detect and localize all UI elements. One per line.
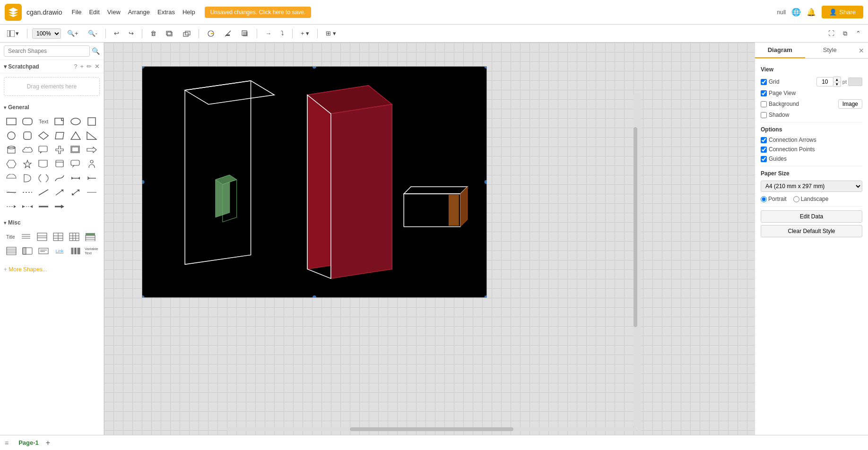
shape-note[interactable] xyxy=(52,115,67,128)
page-view-checkbox[interactable] xyxy=(761,90,767,96)
table-btn[interactable]: ⊞ ▾ xyxy=(322,28,339,39)
shape-circle[interactable] xyxy=(4,129,19,142)
shape-dotted-dbl-arrow[interactable] xyxy=(20,200,35,213)
connection-arrows-checkbox[interactable] xyxy=(761,137,767,143)
shape-rounded-rect[interactable] xyxy=(20,115,35,128)
landscape-radio[interactable] xyxy=(793,196,799,202)
shape-half-circle[interactable] xyxy=(4,172,19,185)
toggle-panel-btn[interactable]: ▾ xyxy=(4,28,22,39)
misc-barcode[interactable] xyxy=(68,244,83,258)
shape-d-shape[interactable] xyxy=(20,172,35,185)
misc-table1[interactable] xyxy=(51,230,66,243)
shape-cloud[interactable] xyxy=(20,143,35,156)
menu-file[interactable]: File xyxy=(72,9,82,16)
shape-thick-arrow[interactable] xyxy=(52,200,67,213)
zoom-select[interactable]: 100% 75% 150% xyxy=(32,28,61,39)
insert-btn[interactable]: + ▾ xyxy=(297,28,312,39)
shape-double-rect[interactable] xyxy=(68,143,83,156)
shape-arrow-both[interactable] xyxy=(68,172,83,185)
shape-arrow-right[interactable] xyxy=(84,143,99,156)
line-color-btn[interactable] xyxy=(221,28,235,39)
misc-text-box[interactable] xyxy=(36,244,51,258)
fullscreen-btn[interactable]: ⛶ xyxy=(825,28,838,39)
shape-right-triangle[interactable] xyxy=(84,129,99,142)
search-input[interactable] xyxy=(4,45,90,57)
portrait-radio[interactable] xyxy=(761,196,767,202)
split-view-btn[interactable]: ⧉ xyxy=(840,28,851,39)
tab-style[interactable]: Style xyxy=(805,43,855,58)
tab-diagram[interactable]: Diagram xyxy=(755,43,805,58)
misc-variable-text[interactable]: Variable Text xyxy=(84,244,99,258)
misc-table-green[interactable] xyxy=(83,230,98,243)
share-button[interactable]: 👤 Share xyxy=(822,6,863,18)
menu-help[interactable]: Help xyxy=(182,9,195,16)
misc-list1[interactable] xyxy=(18,230,34,243)
shape-thin-line[interactable] xyxy=(84,186,99,199)
misc-link[interactable]: Link xyxy=(52,244,67,258)
shape-arrow-up-diag[interactable] xyxy=(52,186,67,199)
clear-default-style-button[interactable]: Clear Default Style xyxy=(761,225,862,237)
shape-text[interactable]: Text xyxy=(36,115,51,128)
fill-color-btn[interactable] xyxy=(204,28,218,39)
zoom-in-btn[interactable]: 🔍+ xyxy=(64,28,82,39)
shape-s-curve[interactable] xyxy=(52,172,67,185)
shape-cylinder[interactable] xyxy=(4,143,19,156)
shape-callout[interactable] xyxy=(36,143,51,156)
shape-square[interactable] xyxy=(84,115,99,128)
scratchpad-add-icon[interactable]: + xyxy=(80,63,84,70)
misc-title[interactable]: Title xyxy=(4,230,17,243)
menu-arrange[interactable]: Arrange xyxy=(128,9,150,16)
grid-checkbox[interactable] xyxy=(761,79,767,85)
misc-table2[interactable] xyxy=(67,230,82,243)
stepper-up[interactable]: ▲ xyxy=(833,77,841,82)
shape-rounded-square[interactable] xyxy=(20,129,35,142)
image-button[interactable]: Image xyxy=(838,99,862,109)
shape-line-h[interactable] xyxy=(4,186,19,199)
shape-cross[interactable] xyxy=(52,143,67,156)
shape-star[interactable] xyxy=(20,157,35,171)
redo-btn[interactable]: ↪ xyxy=(125,28,137,39)
search-icon[interactable]: 🔍 xyxy=(92,47,100,55)
waypoint-btn[interactable]: ⤵ xyxy=(278,28,287,39)
vertical-scrollbar[interactable] xyxy=(634,94,637,427)
shape-document[interactable] xyxy=(36,157,51,171)
edit-data-button[interactable]: Edit Data xyxy=(761,210,862,223)
misc-card1[interactable] xyxy=(20,244,35,258)
menu-edit[interactable]: Edit xyxy=(89,9,99,16)
shape-diagonal[interactable] xyxy=(36,186,51,199)
shape-bracket[interactable] xyxy=(52,157,67,171)
shape-dashed-arrow[interactable] xyxy=(4,200,19,213)
shape-triangle[interactable] xyxy=(68,129,83,142)
general-section-header[interactable]: General xyxy=(0,102,104,113)
misc-section-header[interactable]: Misc xyxy=(0,217,104,228)
shape-person[interactable] xyxy=(84,157,99,171)
connection-style-btn[interactable]: → xyxy=(262,28,275,39)
shape-thick-line[interactable] xyxy=(36,200,51,213)
close-right-panel-btn[interactable]: ✕ xyxy=(855,43,868,58)
shadow-checkbox[interactable] xyxy=(761,112,767,118)
shape-rectangle[interactable] xyxy=(4,115,19,128)
menu-view[interactable]: View xyxy=(107,9,121,16)
bell-icon[interactable]: 🔔 xyxy=(807,8,816,17)
shape-hexagon[interactable] xyxy=(4,157,19,171)
collapse-panel-btn[interactable]: ⌃ xyxy=(852,28,864,39)
to-back-btn[interactable] xyxy=(180,28,194,39)
shape-bracket2[interactable] xyxy=(36,172,51,185)
guides-checkbox[interactable] xyxy=(761,156,767,162)
more-shapes-btn[interactable]: + More Shapes... xyxy=(4,264,100,275)
misc-list2[interactable] xyxy=(35,230,50,243)
shape-chevron-arrow[interactable] xyxy=(84,172,99,185)
page-tab[interactable]: Page-1 xyxy=(14,437,43,448)
scratchpad-close-icon[interactable]: ✕ xyxy=(95,63,100,70)
resize-handle[interactable] xyxy=(637,94,641,435)
shadow-btn[interactable] xyxy=(238,28,252,39)
grid-color-picker[interactable] xyxy=(848,78,862,86)
shape-speech-bubble[interactable] xyxy=(68,157,83,171)
save-button[interactable]: Unsaved changes. Click here to save. xyxy=(205,7,311,18)
scratchpad-help-icon[interactable]: ? xyxy=(74,63,77,70)
misc-table-lined[interactable] xyxy=(4,244,19,258)
canvas-area[interactable] xyxy=(104,43,755,435)
diagram-canvas[interactable] xyxy=(142,66,487,298)
add-page-button[interactable]: + xyxy=(46,439,50,447)
bottom-menu-icon[interactable]: ≡ xyxy=(5,439,9,447)
